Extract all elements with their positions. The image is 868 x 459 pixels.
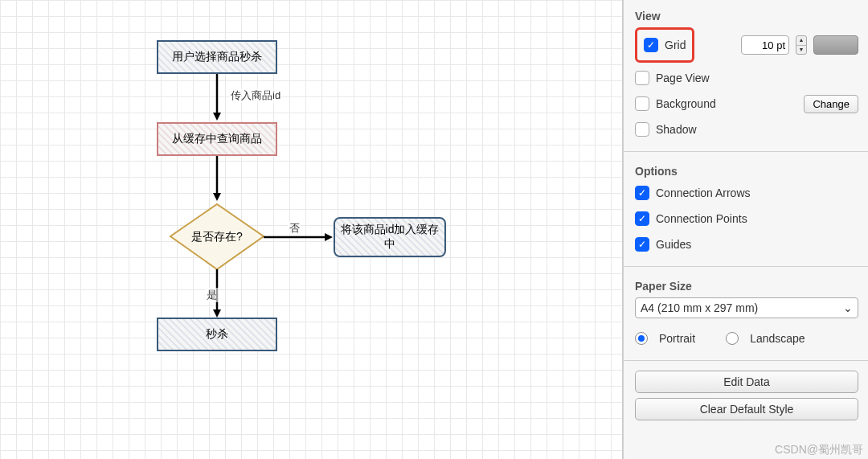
label-guides: Guides — [656, 238, 691, 251]
divider — [624, 266, 868, 267]
svg-marker-3 — [213, 193, 221, 201]
flow-node-query[interactable]: 从缓存中查询商品 — [157, 122, 277, 156]
paper-size-value: A4 (210 mm x 297 mm) — [641, 301, 758, 314]
label-background: Background — [656, 97, 716, 110]
label-portrait: Portrait — [659, 332, 695, 345]
checkbox-grid[interactable]: ✓ — [644, 38, 658, 52]
flow-node-decision[interactable]: 是否存在? — [169, 203, 265, 271]
checkbox-background[interactable] — [635, 96, 649, 111]
radio-portrait[interactable] — [635, 332, 648, 345]
checkbox-conn-points[interactable]: ✓ — [635, 211, 649, 226]
change-button[interactable]: Change — [804, 95, 858, 113]
grid-size-stepper[interactable]: ▲▼ — [796, 35, 807, 55]
sidebar: View ✓ Grid ▲▼ Page View Background Chan… — [623, 0, 868, 459]
svg-marker-1 — [213, 113, 221, 121]
section-title-options: Options — [635, 165, 858, 178]
arrow — [213, 156, 221, 203]
svg-marker-6 — [325, 233, 333, 241]
edit-data-button[interactable]: Edit Data — [635, 371, 858, 393]
edge-label-yes: 是 — [205, 288, 219, 302]
edge-label: 传入商品id — [229, 88, 282, 103]
checkbox-guides[interactable]: ✓ — [635, 237, 649, 252]
checkbox-shadow[interactable] — [635, 122, 649, 137]
divider — [624, 151, 868, 152]
label-shadow: Shadow — [656, 123, 697, 136]
flow-node-start[interactable]: 用户选择商品秒杀 — [157, 40, 277, 74]
clear-style-button[interactable]: Clear Default Style — [635, 398, 858, 420]
radio-landscape[interactable] — [726, 332, 739, 345]
divider — [624, 360, 868, 361]
checkbox-conn-arrows[interactable]: ✓ — [635, 186, 649, 200]
label-landscape: Landscape — [750, 332, 805, 345]
edge-label-no: 否 — [288, 221, 301, 236]
checkbox-pageview[interactable] — [635, 71, 649, 85]
canvas[interactable]: 用户选择商品秒杀 传入商品id 从缓存中查询商品 是否存在? 否 将该商品id加… — [0, 0, 623, 459]
label-grid: Grid — [665, 39, 686, 51]
section-title-paper: Paper Size — [635, 280, 858, 293]
node-label: 从缓存中查询商品 — [172, 132, 262, 146]
node-label: 将该商品id加入缓存中 — [340, 223, 440, 252]
label-conn-points: Connection Points — [656, 212, 747, 225]
label-pageview: Page View — [656, 72, 710, 84]
grid-highlight: ✓ Grid — [635, 27, 694, 63]
arrow — [213, 74, 221, 122]
svg-marker-8 — [213, 309, 221, 318]
section-title-view: View — [635, 10, 858, 23]
flow-node-cache[interactable]: 将该商品id加入缓存中 — [334, 217, 446, 257]
node-label: 用户选择商品秒杀 — [172, 50, 262, 64]
grid-size-input[interactable] — [741, 35, 789, 55]
paper-size-select[interactable]: A4 (210 mm x 297 mm) ⌄ — [635, 297, 858, 318]
node-label: 秒杀 — [206, 327, 228, 342]
chevron-down-icon: ⌄ — [843, 301, 853, 314]
node-label: 是否存在? — [169, 203, 265, 271]
label-conn-arrows: Connection Arrows — [656, 186, 751, 199]
grid-color-swatch[interactable] — [813, 35, 858, 55]
flow-node-seckill[interactable]: 秒杀 — [157, 318, 277, 351]
